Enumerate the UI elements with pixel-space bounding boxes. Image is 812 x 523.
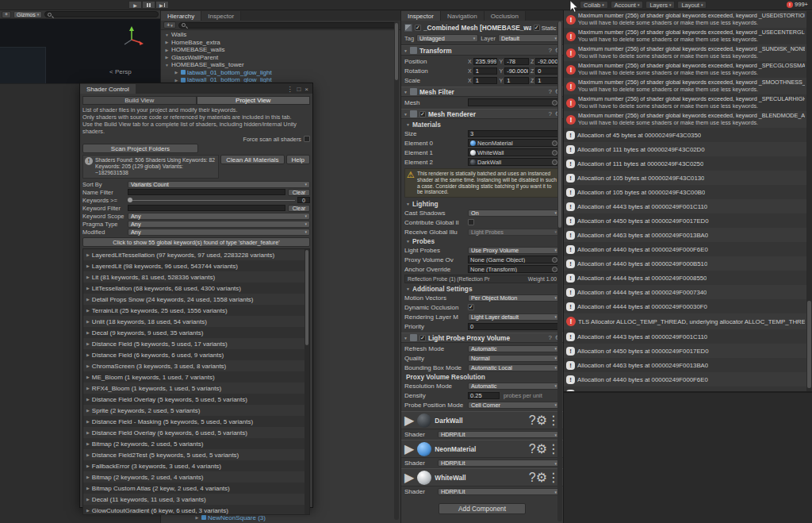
hierarchy-item[interactable]: ▶labwall_01_bottom_glow_light (161, 69, 400, 77)
shader-list-item[interactable]: ▶RFX4_Bloom (1 keywords, 1 used, 5 varia… (83, 383, 309, 394)
receive-gi-dropdown[interactable]: Light Probes▾ (468, 229, 560, 236)
foldout-icon[interactable]: ▼ (404, 336, 408, 340)
mesh-object-field[interactable] (468, 98, 560, 106)
foldout-icon[interactable]: ▼ (404, 48, 408, 53)
maximize-icon[interactable]: □ (297, 86, 301, 93)
material-header[interactable]: ▶ WhiteWall ?⚙⋮ (401, 469, 563, 486)
help-icon[interactable]: ? (548, 47, 551, 54)
shader-list-item[interactable]: ▶Unlit (18 keywords, 18 used, 54 variant… (83, 316, 309, 327)
foldout-icon[interactable]: ▼ (406, 239, 410, 244)
console-row[interactable]: !Allocation of 105 bytes at 00000249F43C… (564, 171, 807, 185)
gameobject-name[interactable]: _Combined Mesh [HOMEBASE_walls_] (423, 24, 531, 32)
console-row[interactable]: !Maximum number (256) of shader global k… (564, 28, 807, 44)
shader-list-item[interactable]: ▶Distance Field2Test (5 keywords, 5 used… (83, 449, 309, 460)
shader-dropdown[interactable]: HDRP/Lit▾ (438, 488, 560, 495)
console-row[interactable]: !Allocation of 4440 bytes at 00000249F00… (564, 256, 807, 271)
rotation-x-field[interactable]: 1 (473, 67, 498, 75)
layers-dropdown[interactable]: Layers▾ (645, 1, 675, 9)
console-row[interactable]: !Allocation of 4444 bytes at 00000249F00… (564, 299, 807, 313)
scale-z-field[interactable]: 1 (535, 77, 560, 84)
shader-list-item[interactable]: ▶ChromaScreen (3 keywords, 3 used, 8 var… (83, 360, 309, 371)
tab-occlusion[interactable]: Occlusion (485, 11, 526, 21)
tab-hierarchy[interactable]: Hierarchy (161, 11, 201, 21)
scene-viewport[interactable]: < Persp (0, 19, 160, 83)
layout-dropdown[interactable]: Layout▾ (677, 1, 707, 9)
scene-search-input[interactable] (44, 11, 159, 17)
pragma-type-dropdown[interactable]: Any▾ (128, 221, 310, 228)
anchor-override-object-field[interactable]: None (Transform) (468, 265, 560, 273)
foldout-icon[interactable]: ▼ (406, 202, 410, 206)
shader-list-item[interactable]: ▶Decal (9 keywords, 9 used, 35 variants) (83, 327, 309, 338)
scale-y-field[interactable]: 1 (504, 77, 529, 84)
console-row[interactable]: !Maximum number (256) of shader global k… (564, 61, 807, 78)
mesh-renderer-enabled-checkbox[interactable]: ✓ (419, 111, 426, 117)
hierarchy-item[interactable]: ▶HOMEBASE_walls (161, 46, 400, 54)
shader-list-item[interactable]: ▶ME_Bloom (1 keywords, 1 used, 7 variant… (83, 371, 309, 383)
shader-list-item[interactable]: ▶Bitmap (2 keywords, 2 used, 5 variants) (83, 438, 309, 449)
console-row[interactable]: !Allocation of 4440 bytes at 00000249F00… (564, 242, 807, 256)
keywords-min-value-field[interactable]: 0 (297, 197, 310, 203)
sort-by-dropdown[interactable]: Variants Count▾ (128, 181, 310, 188)
proxy-volume-object-field[interactable]: None (Game Object) (468, 256, 560, 263)
shader-list-item[interactable]: ▶Distance Field - Masking (5 keywords, 5… (83, 416, 309, 427)
inspector-scrollbar[interactable] (557, 21, 562, 521)
density-field[interactable]: 0.25 (468, 392, 500, 399)
gear-icon[interactable]: ⚙ (536, 413, 547, 427)
motion-vectors-dropdown[interactable]: Per Object Motion▾ (468, 294, 560, 302)
shader-list-item[interactable]: ▶Bitmap Custom Atlas (2 keyw, 2 used, 4 … (83, 483, 309, 494)
hand-tool-button[interactable]: ⌖ (2, 11, 11, 18)
shader-control-tab[interactable]: Shader Control (80, 84, 136, 94)
priority-field[interactable]: 0 (468, 323, 560, 330)
add-component-button[interactable]: Add Component (439, 503, 526, 514)
console-row[interactable]: !Maximum number (256) of shader global k… (564, 111, 807, 128)
keywords-min-slider[interactable] (128, 197, 295, 204)
scrollbar-thumb[interactable] (305, 250, 308, 345)
position-z-field[interactable]: -92.0003 (535, 58, 560, 65)
cast-shadows-dropdown[interactable]: On▾ (468, 210, 560, 217)
console-row[interactable]: !Allocation of 4450 bytes at 00000249F00… (564, 344, 807, 358)
foldout-icon[interactable]: ▼ (404, 90, 408, 94)
shader-list-item[interactable]: ▶FallbackError (3 keywords, 3 used, 4 va… (83, 460, 309, 471)
tab-inspector[interactable]: Inspector (401, 11, 441, 21)
probes-foldout[interactable]: ▼Probes (404, 237, 560, 245)
keyword-filter-input[interactable] (128, 205, 285, 211)
clear-name-filter-button[interactable]: Clear (288, 189, 310, 196)
shader-list-item[interactable]: ▶Distance Field (6 keywords, 6 used, 9 v… (83, 349, 309, 360)
material-object-field[interactable]: WhiteWall (468, 148, 560, 156)
object-picker-icon[interactable] (552, 267, 557, 272)
help-button[interactable]: Help (286, 155, 310, 164)
shader-list-item[interactable]: ▶GlowCutoutGradient (6 keyw, 6 used, 3 v… (83, 505, 309, 515)
light-probes-dropdown[interactable]: Use Proxy Volume▾ (468, 247, 560, 254)
object-picker-icon[interactable] (552, 160, 557, 165)
material-object-field[interactable]: DarkWall (468, 158, 560, 166)
size-field[interactable]: 3 (468, 130, 560, 137)
shader-list-item[interactable]: ▶Decal (11 keywords, 11 used, 3 variants… (83, 494, 309, 505)
tag-dropdown[interactable]: Untagged▾ (416, 34, 478, 42)
perspective-label[interactable]: < Persp (109, 68, 132, 75)
position-x-field[interactable]: 235.9998 (473, 58, 498, 65)
window-menu-icon[interactable]: ⋮ (286, 86, 293, 93)
name-filter-input[interactable] (128, 189, 285, 195)
console-row[interactable]: !Allocation of 111 bytes at 00000249F43C… (564, 142, 807, 156)
console-error-count[interactable]: ! 999+ (787, 1, 808, 8)
lppv-header[interactable]: ▼ ✓ Light Probe Proxy Volume ?⚙ (401, 333, 563, 343)
foldout-icon[interactable]: ▶ (404, 441, 414, 456)
help-icon[interactable]: ? (548, 334, 551, 341)
hierarchy-item[interactable]: ▶GlassWallParent (161, 54, 400, 62)
close-icon[interactable]: × (304, 86, 308, 93)
console-row[interactable]: !Allocation of 45 bytes at 00000249F43C0… (564, 128, 807, 142)
scrollbar-thumb[interactable] (395, 23, 398, 80)
foldout-icon[interactable]: ▶ (404, 413, 414, 428)
shader-list-item[interactable]: ▶Lit (81 keywords, 81 used, 528336 varia… (83, 271, 309, 283)
keyword-scope-dropdown[interactable]: Any▾ (128, 213, 310, 220)
shader-control-titlebar[interactable]: Shader Control ⋮ □ × (80, 83, 312, 94)
console-row[interactable]: !Allocation of 4450 bytes at 00000249F00… (564, 213, 807, 228)
object-picker-icon[interactable] (552, 100, 557, 106)
shader-list-item[interactable]: ▶Sprite (2 keywords, 2 used, 5 variants) (83, 405, 309, 416)
console-row[interactable]: !Maximum number (256) of shader global k… (564, 94, 807, 111)
contribute-gi-checkbox[interactable] (468, 219, 474, 225)
console-row[interactable]: !Allocation of 4444 bytes at 00000249F00… (564, 271, 807, 285)
material-header[interactable]: ▶ NeonMaterial ?⚙⋮ (401, 440, 563, 458)
shader-list-item[interactable]: ▶Distance Field Overlay (5 keywords, 5 u… (83, 394, 309, 405)
console-row[interactable]: !Allocation of 4443 bytes at 00000249F00… (564, 329, 807, 344)
